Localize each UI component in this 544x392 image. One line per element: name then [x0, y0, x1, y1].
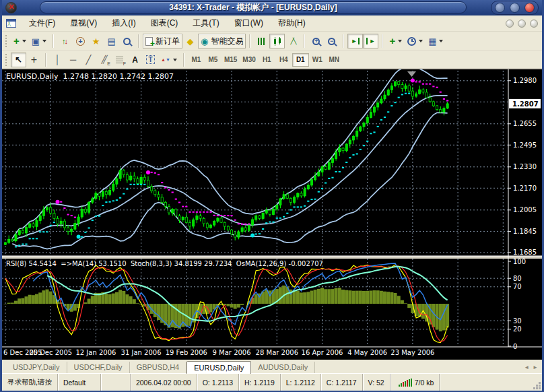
- auto-scroll-button[interactable]: [347, 34, 363, 48]
- cursor-button[interactable]: [11, 53, 26, 67]
- status-high: H: 1.2119: [239, 374, 281, 391]
- data-window-button[interactable]: [73, 34, 88, 48]
- menu-item-charts[interactable]: 图表(C): [143, 15, 186, 31]
- menu-item-help[interactable]: 帮助(H): [271, 15, 313, 31]
- child-minimize-button[interactable]: [506, 20, 514, 28]
- timeframe-button-d1[interactable]: D1: [292, 53, 309, 67]
- resize-grip[interactable]: [531, 380, 542, 391]
- dropdown-arrow-icon: [22, 40, 26, 42]
- menu-item-file[interactable]: 文件(F): [22, 15, 63, 31]
- templates-button[interactable]: [426, 34, 446, 48]
- crosshair-button[interactable]: [26, 53, 42, 67]
- timeframe-button-mn[interactable]: MN: [326, 53, 343, 67]
- status-traffic: 7/0 kb: [415, 379, 434, 387]
- tab-scroll-right-icon[interactable]: ►: [533, 364, 538, 370]
- new-order-icon: [145, 37, 153, 46]
- terminal-button[interactable]: [104, 34, 119, 48]
- svg-text:1.2495: 1.2495: [513, 141, 537, 149]
- channel-icon: [101, 55, 106, 64]
- toolbar-separator: [382, 34, 383, 48]
- svg-text:20: 20: [513, 325, 522, 333]
- text-label-button[interactable]: [143, 53, 158, 67]
- menu-item-view[interactable]: 显视(V): [63, 15, 104, 31]
- vertical-line-icon: [55, 55, 60, 65]
- indicators-button[interactable]: [386, 34, 405, 48]
- market-watch-button[interactable]: [57, 34, 73, 48]
- title-bar[interactable]: 34391: X-Trader - 模拟帐户 - [EURUSD,Daily]: [2, 0, 542, 15]
- menu-item-insert[interactable]: 插入(I): [104, 15, 143, 31]
- chart-canvas[interactable]: 1.29801.26551.24951.23301.21701.20051.18…: [2, 69, 542, 360]
- tab-usdchf-daily[interactable]: USDCHF,Daily: [67, 362, 130, 373]
- child-restore-button[interactable]: [518, 20, 526, 28]
- svg-text:80: 80: [513, 275, 522, 282]
- toolbar-separator: [45, 53, 46, 67]
- status-open: O: 1.2113: [197, 374, 239, 391]
- timeframe-button-w1[interactable]: W1: [309, 53, 326, 67]
- tab-scroll-arrows: ◄ ►: [524, 364, 538, 373]
- chart-tabs: USDJPY,DailyUSDCHF,DailyGBPUSD,H4EURUSD,…: [6, 360, 315, 373]
- new-chart-button[interactable]: [11, 34, 29, 48]
- menu-item-tools[interactable]: 工具(T): [185, 15, 226, 31]
- chart-shift-button[interactable]: [363, 34, 378, 48]
- tab-gbpusd-h4[interactable]: GBPUSD,H4: [130, 362, 187, 373]
- data-window-icon: [76, 37, 85, 46]
- timeframe-button-h4[interactable]: H4: [275, 53, 292, 67]
- timeframe-button-h1[interactable]: H1: [259, 53, 275, 67]
- app-logo-icon: [5, 2, 17, 13]
- menu-bar: 文件(F)显视(V)插入(I)图表(C)工具(T)窗口(W)帮助(H): [2, 15, 542, 32]
- equidistant-channel-button[interactable]: [96, 53, 112, 67]
- toolbar-separator: [343, 34, 344, 48]
- navigator-icon: [92, 36, 100, 46]
- zoom-in-icon: +: [312, 38, 320, 45]
- tab-usdjpy-daily[interactable]: USDJPY,Daily: [6, 362, 67, 373]
- child-close-button[interactable]: [530, 20, 538, 28]
- svg-text:28 Mar 2006: 28 Mar 2006: [256, 349, 298, 356]
- toolbar-separator: [53, 34, 54, 48]
- tab-eurusd-daily[interactable]: EURUSD,Daily: [186, 361, 251, 374]
- tab-audusd-daily[interactable]: AUDUSD,Daily: [251, 362, 315, 373]
- crosshair-icon: [31, 57, 37, 63]
- timeframe-button-m5[interactable]: M5: [205, 53, 222, 67]
- timeframe-button-m15[interactable]: M15: [222, 53, 240, 67]
- close-button[interactable]: [524, 3, 535, 13]
- tab-scroll-left-icon[interactable]: ◄: [524, 364, 529, 370]
- expert-advisor-icon: [201, 36, 208, 46]
- zoom-in-button[interactable]: +: [308, 34, 324, 48]
- vertical-line-button[interactable]: [50, 53, 65, 67]
- zoom-out-icon: −: [328, 38, 335, 45]
- periods-button[interactable]: [405, 34, 426, 48]
- strategy-tester-button[interactable]: [119, 34, 135, 48]
- minimize-button[interactable]: [495, 3, 505, 13]
- child-window-controls: [506, 20, 538, 28]
- new-order-button[interactable]: 新订单: [143, 34, 182, 48]
- new-chart-icon: [13, 38, 20, 44]
- toolbar-separator: [183, 53, 184, 67]
- trendline-button[interactable]: [81, 53, 96, 67]
- menu-item-window[interactable]: 窗口(W): [227, 15, 271, 31]
- line-chart-button[interactable]: [285, 34, 300, 48]
- toolbar-separator: [249, 34, 250, 48]
- horizontal-line-button[interactable]: [65, 53, 81, 67]
- line-chart-icon: [290, 38, 295, 44]
- text-button[interactable]: [127, 53, 143, 67]
- chart-window-icon[interactable]: [6, 19, 16, 28]
- chart-profiles-button[interactable]: [29, 34, 49, 48]
- toolbar-grip[interactable]: [5, 54, 8, 66]
- arrows-button[interactable]: [158, 53, 180, 67]
- arrows-icon: [161, 57, 170, 62]
- indicator-values-label: RSI(8) 54.5414 =>MA(14) 53.1510 Stoch(8,…: [6, 260, 323, 267]
- metaeditor-button[interactable]: [182, 34, 198, 48]
- toolbar-grip[interactable]: [5, 35, 8, 47]
- maximize-button[interactable]: [510, 3, 520, 13]
- svg-text:1.2005: 1.2005: [513, 206, 537, 214]
- expert-advisor-button[interactable]: 智能交易: [198, 34, 246, 48]
- timeframe-button-m30[interactable]: M30: [240, 53, 258, 67]
- timeframe-button-m1[interactable]: M1: [188, 53, 205, 67]
- svg-text:1.2980: 1.2980: [513, 77, 537, 84]
- dropdown-arrow-icon: [439, 40, 443, 42]
- candlestick-chart-button[interactable]: [269, 34, 285, 48]
- navigator-button[interactable]: [88, 34, 104, 48]
- zoom-out-button[interactable]: −: [324, 34, 339, 48]
- bar-chart-button[interactable]: [254, 34, 269, 48]
- fibonacci-button[interactable]: [112, 53, 127, 67]
